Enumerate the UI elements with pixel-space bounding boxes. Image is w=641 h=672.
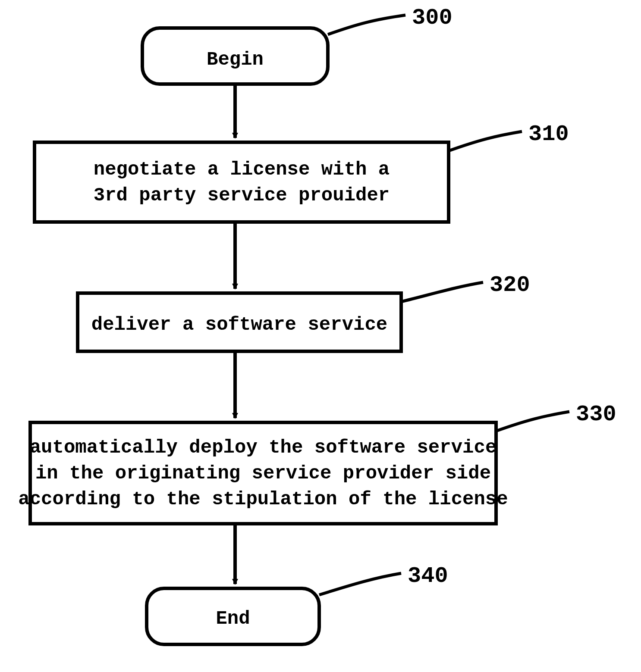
- leader-320: [401, 282, 483, 302]
- node-step320: deliver a software service 320: [78, 272, 530, 351]
- node-310-line1: negotiate a license with a: [94, 159, 390, 180]
- label-310: 310: [528, 122, 569, 147]
- node-end-text: End: [216, 608, 250, 629]
- label-340: 340: [408, 563, 448, 589]
- leader-300: [328, 15, 405, 34]
- node-begin-text: Begin: [207, 49, 264, 70]
- node-begin: Begin 300: [142, 5, 452, 84]
- svg-rect-2: [35, 142, 449, 222]
- leader-330: [496, 412, 569, 431]
- label-320: 320: [490, 272, 530, 298]
- leader-340: [319, 573, 401, 595]
- label-330: 330: [576, 402, 616, 427]
- node-310-line2: 3rd party service prouider: [94, 184, 390, 206]
- node-330-line3: according to the stipulation of the lice…: [18, 488, 508, 510]
- node-step310: negotiate a license with a 3rd party ser…: [35, 122, 569, 222]
- node-step330: automatically deploy the software servic…: [18, 402, 616, 524]
- node-330-line2: in the originating service provider side: [35, 463, 491, 484]
- flowchart: Begin 300 negotiate a license with a 3rd…: [0, 0, 641, 672]
- node-320-line1: deliver a software service: [91, 314, 388, 335]
- node-330-line1: automatically deploy the software servic…: [30, 437, 497, 458]
- node-end: End 340: [147, 563, 448, 644]
- leader-310: [449, 131, 522, 151]
- label-300: 300: [412, 5, 452, 31]
